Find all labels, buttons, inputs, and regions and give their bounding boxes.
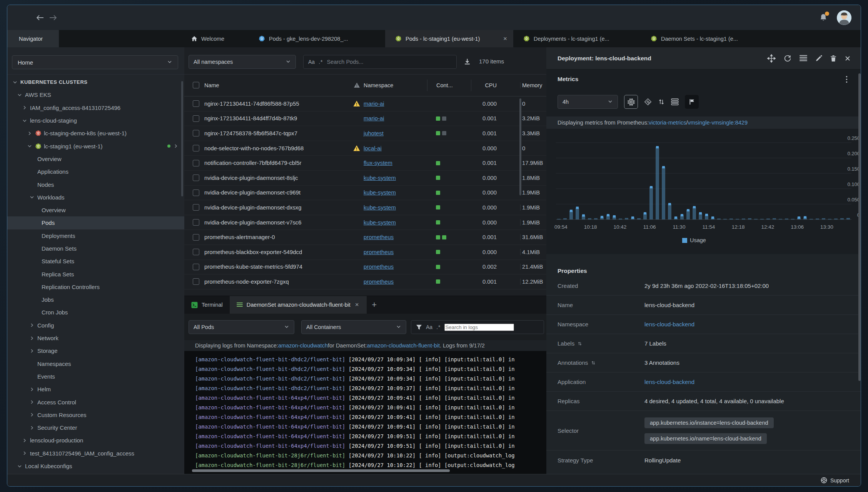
sort-icon[interactable] bbox=[578, 341, 582, 346]
move-button[interactable] bbox=[767, 54, 776, 63]
row-checkbox[interactable] bbox=[193, 249, 199, 255]
sidebar-item-cron-jobs[interactable]: Cron Jobs bbox=[7, 306, 184, 319]
notifications-button[interactable] bbox=[819, 13, 828, 23]
namespace-link[interactable]: local-ai bbox=[364, 145, 382, 151]
sidebar-item-lenscloud-production[interactable]: lenscloud-production bbox=[7, 434, 184, 447]
namespace-filter-select[interactable]: All namespaces bbox=[189, 55, 296, 69]
support-button[interactable]: Support bbox=[821, 477, 849, 484]
sidebar-item-jobs[interactable]: Jobs bbox=[7, 293, 184, 306]
prometheus-namespace-link[interactable]: victoria-metrics bbox=[649, 120, 686, 126]
pod-row[interactable]: nginx-1721304411-74df86f588-87p55mario-a… bbox=[184, 96, 546, 111]
row-checkbox[interactable] bbox=[193, 278, 199, 285]
sidebar-item-stateful-sets[interactable]: Stateful Sets bbox=[7, 255, 184, 268]
sidebar-item-replication-controllers[interactable]: Replication Controllers bbox=[7, 281, 184, 293]
property-value-link[interactable]: lens-cloud-backend bbox=[644, 321, 694, 327]
sidebar-item-events[interactable]: Events bbox=[7, 370, 184, 383]
memory-metric-button[interactable] bbox=[644, 98, 652, 106]
log-search[interactable]: Aa .* bbox=[411, 320, 544, 334]
sidebar-item-config[interactable]: Config bbox=[7, 319, 184, 332]
sidebar-item-aws-eks[interactable]: AWS EKS bbox=[7, 88, 184, 101]
sidebar-item-lens-cloud-staging[interactable]: lens-cloud-staging bbox=[7, 114, 184, 127]
pods-search-input[interactable] bbox=[327, 59, 452, 65]
sidebar-item-access-control[interactable]: Access Control bbox=[7, 396, 184, 408]
pods-search[interactable]: Aa .* bbox=[303, 55, 457, 69]
column-header-cpu[interactable]: CPU bbox=[471, 80, 497, 91]
pod-row[interactable]: nvidia-device-plugin-daemonset-dxsxgkube… bbox=[184, 200, 546, 215]
pod-row[interactable]: prometheus-kube-state-metrics-5fd974prom… bbox=[184, 260, 546, 275]
row-checkbox[interactable] bbox=[193, 130, 199, 136]
log-daemonset-link[interactable]: amazon-cloudwatch-fluent-bit bbox=[367, 342, 440, 349]
sidebar-item-storage[interactable]: Storage bbox=[7, 344, 184, 357]
column-header-name[interactable]: Name bbox=[204, 82, 350, 88]
pod-row[interactable]: prometheus-blackbox-exporter-549dcdprome… bbox=[184, 245, 546, 260]
namespace-link[interactable]: kube-system bbox=[364, 204, 396, 211]
row-checkbox[interactable] bbox=[193, 160, 199, 166]
pod-row[interactable]: prometheus-node-exporter-7zgxqprometheus… bbox=[184, 274, 546, 289]
flag-button[interactable] bbox=[685, 95, 699, 109]
match-case-icon[interactable]: Aa bbox=[426, 324, 432, 330]
table-scrollbar[interactable] bbox=[519, 98, 521, 195]
tab-daemonsets-lc-staging1[interactable]: Daemon Sets - lc-staging1 (e... bbox=[641, 30, 768, 47]
namespace-link[interactable]: kube-system bbox=[364, 219, 396, 226]
namespace-link[interactable]: flux-system bbox=[364, 160, 392, 166]
download-button[interactable] bbox=[464, 58, 471, 66]
detail-scrollbar[interactable] bbox=[858, 73, 861, 381]
namespace-link[interactable]: kube-system bbox=[364, 189, 396, 196]
column-header-namespace[interactable]: Namespace bbox=[364, 82, 427, 88]
column-header-containers[interactable]: Cont... bbox=[427, 80, 471, 91]
refresh-button[interactable] bbox=[784, 55, 791, 62]
close-dock-tab-icon[interactable]: × bbox=[354, 301, 360, 309]
pod-row[interactable]: node-selector-with-no-nodes-767b9d68loca… bbox=[184, 141, 546, 156]
tab-pods-gke[interactable]: Pods - gke_lens-dev-298208_... bbox=[249, 30, 385, 47]
row-checkbox[interactable] bbox=[193, 204, 199, 211]
select-all-checkbox[interactable] bbox=[193, 82, 199, 88]
sidebar-item-network[interactable]: Network bbox=[7, 332, 184, 344]
pod-row[interactable]: nginx-1721304411-84d4ff7d4b-87tk9mario-a… bbox=[184, 111, 546, 126]
dock-tab-daemonset-logs[interactable]: DaemonSet amazon-cloudwatch-fluent-bit× bbox=[230, 296, 367, 314]
row-checkbox[interactable] bbox=[193, 175, 199, 181]
sidebar-item-helm[interactable]: Helm bbox=[7, 383, 184, 396]
row-checkbox[interactable] bbox=[193, 219, 199, 226]
back-button[interactable] bbox=[35, 13, 45, 23]
column-header-warnings[interactable] bbox=[350, 82, 364, 88]
log-search-input[interactable] bbox=[444, 324, 514, 331]
close-tab-icon[interactable]: × bbox=[502, 35, 508, 43]
sidebar-item-test-841310725496-iam-config-access[interactable]: test_841310725496_IAM_config_access bbox=[7, 447, 184, 460]
tab-pods-lc-staging1[interactable]: Pods - lc-staging1 (eu-west-1)× bbox=[385, 30, 513, 47]
namespace-link[interactable]: mario-ai bbox=[364, 101, 384, 107]
regex-icon[interactable]: .* bbox=[436, 324, 441, 330]
pod-row[interactable]: prometheus-alertmanager-0prometheus0.001… bbox=[184, 230, 546, 245]
column-header-memory[interactable]: Memory bbox=[520, 82, 546, 88]
sort-metric-button[interactable] bbox=[658, 98, 665, 105]
sidebar-item-nodes[interactable]: Nodes bbox=[7, 178, 184, 191]
sort-icon[interactable] bbox=[591, 360, 596, 366]
forward-button[interactable] bbox=[48, 13, 58, 23]
namespace-link[interactable]: prometheus bbox=[364, 249, 394, 255]
sidebar-item-overview[interactable]: Overview bbox=[7, 204, 184, 216]
pod-row[interactable]: notification-controller-7bfbfd6479-cbl5r… bbox=[184, 156, 546, 171]
sidebar-item-local-kubeconfigs[interactable]: Local Kubeconfigs bbox=[7, 460, 184, 472]
sidebar-item-namespaces[interactable]: Namespaces bbox=[7, 357, 184, 370]
pod-row[interactable]: nginx-1724758378-5fb6f5847c-tqpx7juhotes… bbox=[184, 126, 546, 141]
log-horizontal-scrollbar[interactable] bbox=[192, 469, 450, 472]
sidebar-item-pods[interactable]: Pods bbox=[7, 216, 184, 229]
stacked-view-button[interactable] bbox=[671, 98, 679, 105]
pod-row[interactable]: nvidia-device-plugin-daemonset-c969tkube… bbox=[184, 186, 546, 201]
property-value-link[interactable]: lens-cloud-backend bbox=[644, 379, 694, 385]
cpu-metric-button[interactable] bbox=[624, 95, 638, 109]
sidebar-item-lc-staging-demo-k8s-eu-west-1[interactable]: lc-staging-demo-k8s (eu-west-1) bbox=[7, 127, 184, 140]
sidebar-item-lc-staging1-eu-west-1[interactable]: lc-staging1 (eu-west-1) bbox=[7, 140, 184, 152]
dock-tab-terminal[interactable]: Terminal bbox=[184, 296, 230, 314]
log-viewer[interactable]: [amazon-cloudwatch-fluent-bit-dhdc2/flue… bbox=[184, 351, 546, 474]
tab-deployments-lc-staging1[interactable]: Deployments - lc-staging1 (e... bbox=[513, 30, 641, 47]
sidebar-item-workloads[interactable]: Workloads bbox=[7, 191, 184, 204]
metrics-range-select[interactable]: 4h bbox=[558, 95, 618, 109]
new-dock-tab-button[interactable]: + bbox=[367, 296, 382, 314]
sidebar-item-overview[interactable]: Overview bbox=[7, 153, 184, 165]
edit-button[interactable] bbox=[815, 55, 822, 62]
namespace-link[interactable]: prometheus bbox=[364, 264, 394, 270]
delete-button[interactable] bbox=[830, 55, 836, 62]
row-checkbox[interactable] bbox=[193, 264, 199, 270]
namespace-link[interactable]: prometheus bbox=[364, 279, 394, 285]
row-checkbox[interactable] bbox=[193, 100, 199, 107]
